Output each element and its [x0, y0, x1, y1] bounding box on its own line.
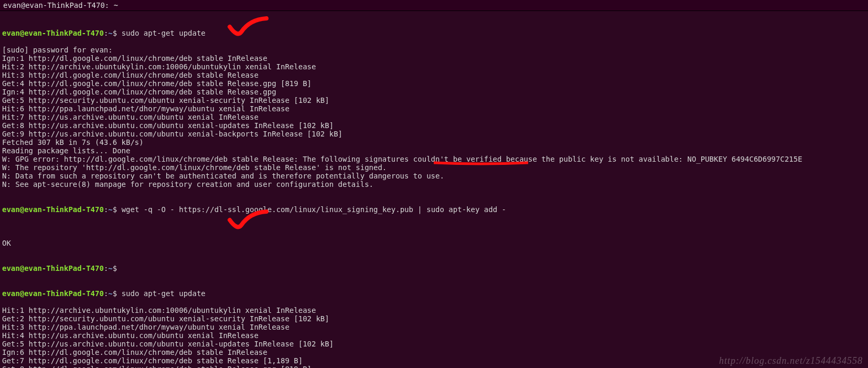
window-titlebar: evan@evan-ThinkPad-T470: ~: [0, 0, 868, 11]
prompt-sigil: $: [113, 264, 117, 272]
output-line: Hit:4 http://us.archive.ubuntu.com/ubunt…: [2, 331, 866, 340]
prompt-userhost: evan@evan-ThinkPad-T470: [2, 289, 104, 298]
output-line: Get:5 http://us.archive.ubuntu.com/ubunt…: [2, 340, 866, 348]
output-line: Get:8 http://us.archive.ubuntu.com/ubunt…: [2, 121, 866, 130]
prompt-line[interactable]: evan@evan-ThinkPad-T470:~$ wget -q -O - …: [2, 205, 866, 214]
output-line: Hit:3 http://ppa.launchpad.net/dhor/mywa…: [2, 323, 866, 331]
prompt-path: ~: [108, 264, 112, 272]
output-line: Get:4 http://dl.google.com/linux/chrome/…: [2, 79, 866, 88]
command-apt-update-1: sudo apt-get update: [122, 29, 206, 37]
watermark: http://blog.csdn.net/z1544434558: [719, 356, 863, 365]
output-line: Hit:3 http://dl.google.com/linux/chrome/…: [2, 71, 866, 79]
output-ok: OK: [2, 239, 866, 247]
window-title: evan@evan-ThinkPad-T470: ~: [3, 1, 118, 9]
output-line: W: GPG error: http://dl.google.com/linux…: [2, 155, 866, 163]
prompt-sigil: $: [113, 289, 117, 298]
output-line: Ign:1 http://dl.google.com/linux/chrome/…: [2, 54, 866, 62]
output-line: Get:9 http://us.archive.ubuntu.com/ubunt…: [2, 130, 866, 138]
annotation-check-icon: [218, 8, 260, 29]
command-apt-update-2: sudo apt-get update: [122, 289, 206, 298]
output-line: Get:2 http://security.ubuntu.com/ubuntu …: [2, 314, 866, 323]
output-line: W: The repository 'http://dl.google.com/…: [2, 163, 866, 172]
prompt-path: ~: [108, 29, 112, 37]
output-line: [sudo] password for evan:: [2, 46, 866, 54]
output-line: Fetched 307 kB in 7s (43.6 kB/s): [2, 138, 866, 146]
output-line: Hit:1 http://archive.ubuntukylin.com:100…: [2, 306, 866, 314]
output-line: Reading package lists... Done: [2, 146, 866, 155]
prompt-sigil: $: [113, 205, 117, 214]
prompt-userhost: evan@evan-ThinkPad-T470: [2, 205, 104, 214]
prompt-line[interactable]: evan@evan-ThinkPad-T470:~$: [2, 264, 866, 272]
output-line: Hit:2 http://archive.ubuntukylin.com:100…: [2, 62, 866, 71]
prompt-line[interactable]: evan@evan-ThinkPad-T470:~$ sudo apt-get …: [2, 29, 866, 37]
output-line: Get:5 http://security.ubuntu.com/ubuntu …: [2, 96, 866, 104]
output-line: [2, 222, 866, 230]
prompt-path: ~: [108, 205, 112, 214]
prompt-line[interactable]: evan@evan-ThinkPad-T470:~$ sudo apt-get …: [2, 289, 866, 298]
output-line: N: Data from such a repository can't be …: [2, 172, 866, 180]
command-wget-key: wget -q -O - https://dl-ssl.google.com/l…: [122, 205, 506, 214]
terminal[interactable]: evan@evan-ThinkPad-T470:~$ sudo apt-get …: [0, 11, 868, 368]
prompt-userhost: evan@evan-ThinkPad-T470: [2, 264, 104, 272]
prompt-userhost: evan@evan-ThinkPad-T470: [2, 29, 104, 37]
output-line: N: See apt-secure(8) manpage for reposit…: [2, 180, 866, 188]
output-line: Hit:7 http://us.archive.ubuntu.com/ubunt…: [2, 113, 866, 121]
prompt-sigil: $: [113, 29, 117, 37]
prompt-path: ~: [108, 289, 112, 298]
output-line: Hit:6 http://ppa.launchpad.net/dhor/mywa…: [2, 104, 866, 113]
output-line: Ign:4 http://dl.google.com/linux/chrome/…: [2, 88, 866, 96]
